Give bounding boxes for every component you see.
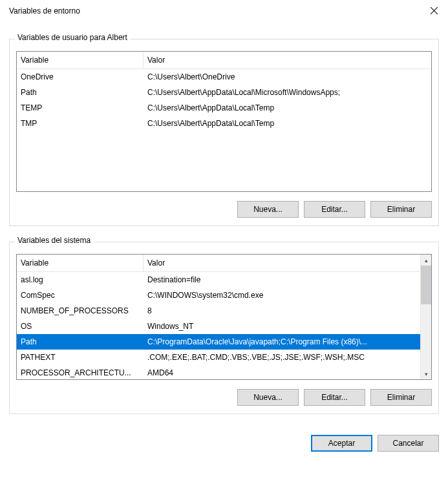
system-vars-buttons: Nueva... Editar... Eliminar xyxy=(16,389,432,406)
var-value-cell: 8 xyxy=(144,306,431,316)
table-row[interactable]: NUMBER_OF_PROCESSORS8 xyxy=(17,303,431,319)
var-value-cell: .COM;.EXE;.BAT;.CMD;.VBS;.VBE;.JS;.JSE;.… xyxy=(144,352,431,362)
system-vars-group-title: Variables del sistema xyxy=(15,236,93,245)
var-name-cell: OS xyxy=(17,321,144,331)
var-name-cell: TMP xyxy=(17,118,144,129)
var-value-cell: AMD64 xyxy=(144,368,431,378)
cancel-button[interactable]: Cancelar xyxy=(378,435,439,452)
var-value-cell: C:\Users\Albert\AppData\Local\Microsoft\… xyxy=(144,87,431,98)
titlebar: Variables de entorno xyxy=(0,0,448,21)
system-vars-header: Variable Valor xyxy=(17,255,431,272)
var-name-cell: PROCESSOR_ARCHITECTU... xyxy=(17,368,144,378)
system-delete-button[interactable]: Eliminar xyxy=(370,389,432,406)
table-row[interactable]: TEMPC:\Users\Albert\AppData\Local\Temp xyxy=(17,100,431,116)
system-new-button[interactable]: Nueva... xyxy=(237,389,299,406)
user-vars-group: Variables de usuario para Albert Variabl… xyxy=(9,39,439,226)
system-vars-body: asl.logDestination=fileComSpecC:\WINDOWS… xyxy=(17,272,431,379)
system-edit-button[interactable]: Editar... xyxy=(304,389,365,406)
scrollbar[interactable]: ▴ ▾ xyxy=(420,255,431,379)
var-name-cell: Path xyxy=(17,337,144,347)
table-row[interactable]: PATHEXT.COM;.EXE;.BAT;.CMD;.VBS;.VBE;.JS… xyxy=(17,350,431,365)
window-title: Variables de entorno xyxy=(9,6,80,16)
user-edit-button[interactable]: Editar... xyxy=(304,201,365,218)
table-row[interactable]: asl.logDestination=file xyxy=(17,272,431,288)
var-name-cell: ComSpec xyxy=(17,290,144,300)
system-vars-list[interactable]: Variable Valor asl.logDestination=fileCo… xyxy=(16,254,432,380)
var-name-cell: Path xyxy=(17,87,144,98)
dialog-content: Variables de usuario para Albert Variabl… xyxy=(0,21,448,422)
scroll-up-icon[interactable]: ▴ xyxy=(421,255,431,266)
table-row[interactable]: OSWindows_NT xyxy=(17,319,431,334)
system-vars-group: Variables del sistema Variable Valor asl… xyxy=(9,242,439,414)
scroll-down-icon[interactable]: ▾ xyxy=(421,368,431,379)
var-value-cell: C:\ProgramData\Oracle\Java\javapath;C:\P… xyxy=(144,337,431,347)
user-delete-button[interactable]: Eliminar xyxy=(370,201,432,218)
column-header-variable[interactable]: Variable xyxy=(17,52,144,68)
table-row[interactable]: TMPC:\Users\Albert\AppData\Local\Temp xyxy=(17,116,431,131)
var-value-cell: C:\Users\Albert\AppData\Local\Temp xyxy=(144,103,431,113)
var-name-cell: asl.log xyxy=(17,275,144,285)
dialog-buttons: Aceptar Cancelar xyxy=(0,422,448,459)
user-new-button[interactable]: Nueva... xyxy=(237,201,299,218)
var-name-cell: TEMP xyxy=(17,103,144,113)
column-header-value[interactable]: Valor xyxy=(144,52,431,68)
var-value-cell: Destination=file xyxy=(144,275,431,285)
user-vars-buttons: Nueva... Editar... Eliminar xyxy=(16,201,432,218)
table-row[interactable]: PROCESSOR_ARCHITECTU...AMD64 xyxy=(17,365,431,379)
table-row[interactable]: PathC:\Users\Albert\AppData\Local\Micros… xyxy=(17,85,431,100)
user-vars-group-title: Variables de usuario para Albert xyxy=(15,33,130,42)
var-value-cell: C:\Users\Albert\AppData\Local\Temp xyxy=(144,118,431,129)
var-name-cell: NUMBER_OF_PROCESSORS xyxy=(17,306,144,316)
scroll-thumb[interactable] xyxy=(421,266,431,304)
column-header-value[interactable]: Valor xyxy=(144,255,431,271)
var-value-cell: C:\Users\Albert\OneDrive xyxy=(144,72,431,82)
user-vars-header: Variable Valor xyxy=(17,52,431,69)
var-name-cell: OneDrive xyxy=(17,72,144,82)
ok-button[interactable]: Aceptar xyxy=(311,435,372,452)
table-row[interactable]: ComSpecC:\WINDOWS\system32\cmd.exe xyxy=(17,288,431,303)
table-row[interactable]: PathC:\ProgramData\Oracle\Java\javapath;… xyxy=(17,334,431,350)
user-vars-body: OneDriveC:\Users\Albert\OneDrivePathC:\U… xyxy=(17,69,431,191)
table-row[interactable]: OneDriveC:\Users\Albert\OneDrive xyxy=(17,69,431,85)
user-vars-list[interactable]: Variable Valor OneDriveC:\Users\Albert\O… xyxy=(16,51,432,192)
column-header-variable[interactable]: Variable xyxy=(17,255,144,271)
close-icon[interactable] xyxy=(430,6,439,16)
var-value-cell: Windows_NT xyxy=(144,321,431,331)
var-name-cell: PATHEXT xyxy=(17,352,144,362)
var-value-cell: C:\WINDOWS\system32\cmd.exe xyxy=(144,290,431,300)
